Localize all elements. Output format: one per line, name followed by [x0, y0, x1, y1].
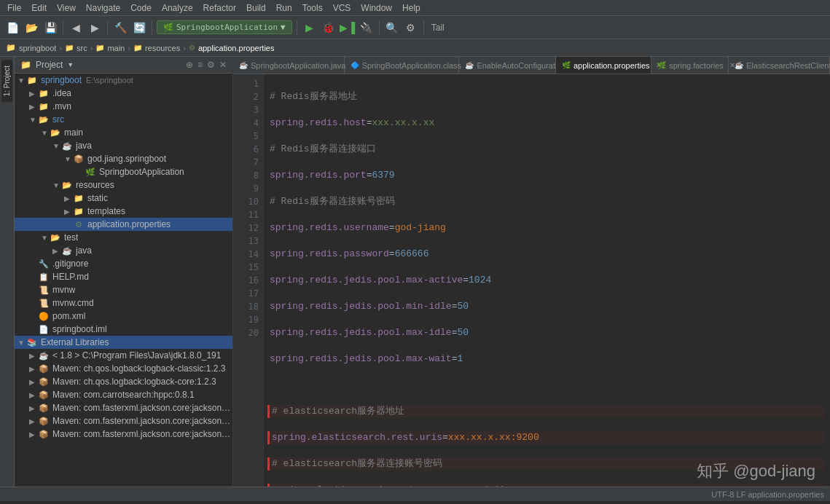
tree-test-java[interactable]: ▶ ☕ java [15, 244, 232, 257]
jackson-databind-arrow: ▶ [29, 430, 38, 438]
tree-idea[interactable]: ▶ 📁 .idea [15, 87, 232, 100]
static-label: static [87, 193, 108, 203]
logback-core-icon: 📦 [38, 376, 50, 387]
attach-btn[interactable]: 🔌 [359, 20, 375, 36]
sidebar-dropdown-icon[interactable]: ▼ [67, 61, 74, 68]
locate-icon[interactable]: ⊕ [186, 60, 193, 70]
menu-navigate[interactable]: Navigate [82, 1, 125, 15]
tree-springboot-app[interactable]: ▶ 🌿 SpringbootApplication [15, 165, 232, 178]
settings-btn[interactable]: ⚙ [403, 20, 419, 36]
menu-view[interactable]: View [52, 1, 80, 15]
sidebar-title: Project [36, 60, 63, 70]
menu-edit[interactable]: Edit [27, 1, 51, 15]
tree-ext-libs[interactable]: ▼ 📚 External Libraries [15, 336, 232, 349]
save-all-btn[interactable]: 💾 [42, 20, 58, 36]
tab-elasticsearch-rest[interactable]: ☕ ElasticsearchRestClientAu [729, 57, 830, 74]
back-btn[interactable]: ◀ [68, 20, 84, 36]
templates-folder-icon: 📁 [73, 205, 85, 217]
tab-spring-factories[interactable]: 🌿 spring.factories ✕ [651, 57, 729, 74]
tree-mvnwcmd[interactable]: ▶ 📜 mvnw.cmd [15, 296, 232, 310]
menu-analyze[interactable]: Analyze [157, 1, 197, 15]
tab-enable-auto[interactable]: ☕ EnableAutoConfiguration [459, 57, 556, 74]
build-project-btn[interactable]: 🔨 [112, 20, 128, 36]
settings-icon[interactable]: ⚙ [207, 60, 215, 70]
tree-iml[interactable]: ▶ 📄 springboot.iml [15, 323, 232, 336]
menu-run[interactable]: Run [272, 1, 297, 15]
tree-main[interactable]: ▼ 📂 main [15, 126, 232, 139]
collapse-icon[interactable]: ≡ [197, 60, 203, 70]
open-btn[interactable]: 📂 [23, 20, 39, 36]
tree-mvnw[interactable]: ▶ 📜 mvnw [15, 283, 232, 296]
tree-jackson-core[interactable]: ▶ 📦 Maven: com.fasterxml.jackson.core:ja… [15, 414, 232, 428]
tab-es-icon: ☕ [735, 61, 743, 69]
tree-src[interactable]: ▼ 📂 src [15, 113, 232, 126]
search-everywhere-btn[interactable]: 🔍 [384, 20, 400, 36]
pom-icon: 🟠 [38, 310, 50, 322]
tree-app-props[interactable]: ▶ ⚙ application.properties [15, 218, 232, 231]
root-label: springboot [41, 75, 82, 85]
tree-static[interactable]: ▶ 📁 static [15, 192, 232, 205]
tab-springboot-class[interactable]: 🔷 SpringBootApplication.class ✕ [345, 57, 460, 74]
test-java-label: java [76, 245, 92, 256]
statusbar-right: UTF-8 LF application.properties [711, 490, 824, 499]
separator-1 [63, 20, 63, 35]
templates-label: templates [87, 206, 125, 216]
new-file-btn[interactable]: 📄 [4, 20, 20, 36]
tree-pomxml[interactable]: ▶ 🟠 pom.xml [15, 310, 232, 323]
menu-help[interactable]: Help [398, 1, 425, 15]
tree-jackson-annotations[interactable]: ▶ 📦 Maven: com.fasterxml.jackson.core:ja… [15, 401, 232, 414]
run-with-coverage-btn[interactable]: ▶▐ [340, 20, 356, 36]
code-editor[interactable]: 1 2 3 4 5 6 7 8 9 10 11 12 13 14 15 16 1… [233, 74, 830, 487]
tree-templates[interactable]: ▶ 📁 templates [15, 205, 232, 218]
menu-file[interactable]: File [3, 1, 26, 15]
breadcrumb-springboot[interactable]: springboot [19, 44, 56, 52]
tree-test[interactable]: ▼ 📂 test [15, 231, 232, 244]
tab-elasticsearch-rest-label: ElasticsearchRestClientAu [746, 61, 830, 70]
tree-package[interactable]: ▼ 📦 god.jiang.springboot [15, 152, 232, 165]
breadcrumb-app-props[interactable]: application.properties [198, 44, 275, 52]
idea-folder-icon: 📁 [38, 87, 50, 99]
tree-resources[interactable]: ▼ 📂 resources [15, 178, 232, 192]
menu-code[interactable]: Code [126, 1, 156, 15]
menu-vcs[interactable]: VCS [329, 1, 356, 15]
tree-jdk[interactable]: ▶ ☕ < 1.8 > C:\Program Files\Java\jdk1.8… [15, 349, 232, 362]
editor-tabs-bar: ☕ SpringbootApplication.java ✕ 🔷 SpringB… [233, 57, 830, 74]
tree-java[interactable]: ▼ ☕ java [15, 139, 232, 152]
tree-helpmd[interactable]: ▶ 📋 HELP.md [15, 270, 232, 283]
ext-libs-label: External Libraries [41, 337, 109, 347]
breadcrumb-main[interactable]: main [107, 44, 125, 52]
tree-mvn[interactable]: ▶ 📁 .mvn [15, 100, 232, 113]
menu-build[interactable]: Build [242, 1, 270, 15]
tree-hppc[interactable]: ▶ 📦 Maven: com.carrotsearch:hppc:0.8.1 [15, 388, 232, 401]
tree-jackson-databind[interactable]: ▶ 📦 Maven: com.fasterxml.jackson.core:ja… [15, 428, 232, 441]
menu-tools[interactable]: Tools [298, 1, 327, 15]
tab-app-props[interactable]: 🌿 application.properties ✕ [556, 57, 651, 74]
menu-refactor[interactable]: Refactor [199, 1, 240, 15]
tree-gitignore[interactable]: ▶ 🔧 .gitignore [15, 257, 232, 270]
forward-btn[interactable]: ▶ [87, 20, 103, 36]
test-java-icon: ☕ [61, 245, 73, 256]
jdk-arrow: ▶ [29, 352, 38, 360]
run-btn[interactable]: ▶ [302, 20, 318, 36]
sidebar-actions: ⊕ ≡ ⚙ ✕ [186, 60, 227, 70]
vtab-project[interactable]: 1: Project [1, 60, 12, 102]
run-config-label: SpringbootApplication [176, 23, 278, 32]
mvnwcmd-label: mvnw.cmd [52, 298, 94, 308]
hppc-label: Maven: com.carrotsearch:hppc:0.8.1 [52, 390, 195, 400]
code-text[interactable]: # Redis服务器地址 spring.redis.host=xxx.xx.x.… [264, 74, 830, 487]
debug-btn[interactable]: 🐞 [321, 20, 337, 36]
menu-window[interactable]: Window [356, 1, 396, 15]
tree-logback-core[interactable]: ▶ 📦 Maven: ch.qos.logback:logback-core:1… [15, 375, 232, 388]
tab-springboot-java[interactable]: ☕ SpringbootApplication.java ✕ [233, 57, 345, 74]
close-sidebar-icon[interactable]: ✕ [219, 60, 227, 70]
pom-label: pom.xml [52, 311, 85, 321]
tree-root[interactable]: ▼ 📁 springboot E:\springboot [15, 74, 232, 87]
breadcrumb-resources[interactable]: resources [145, 44, 180, 52]
tree-logback-classic[interactable]: ▶ 📦 Maven: ch.qos.logback:logback-classi… [15, 362, 232, 375]
breadcrumb-src[interactable]: src [77, 44, 87, 52]
separator-5 [379, 20, 380, 35]
sync-btn[interactable]: 🔄 [131, 20, 147, 36]
jdk-icon: ☕ [38, 350, 50, 361]
root-path: E:\springboot [86, 76, 133, 84]
run-config-selector[interactable]: 🌿 SpringbootApplication ▼ [157, 20, 292, 34]
